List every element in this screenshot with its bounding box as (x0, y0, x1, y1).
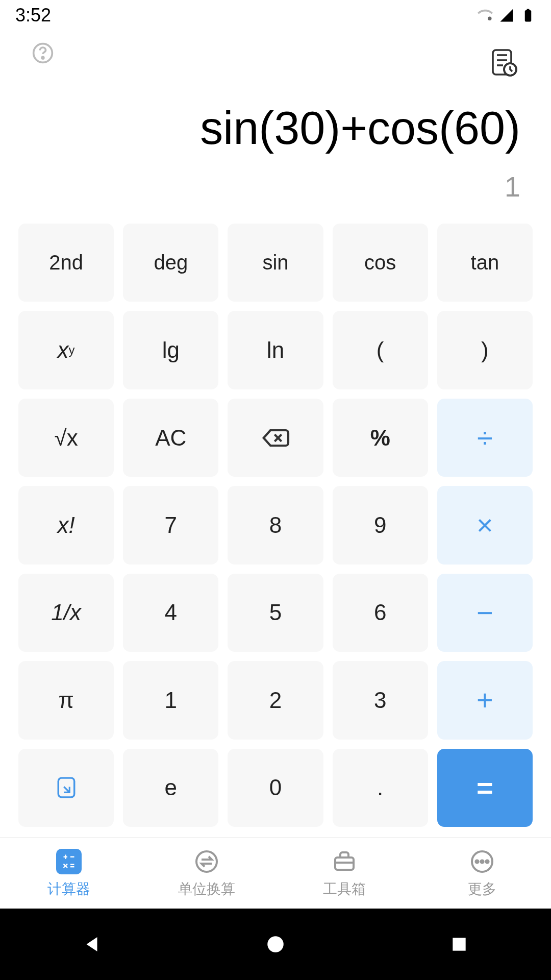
status-bar: 3:52 (0, 0, 551, 31)
key-factorial[interactable]: x! (18, 486, 114, 564)
backspace-icon (261, 428, 290, 448)
key-2nd[interactable]: 2nd (18, 224, 114, 302)
help-icon (32, 42, 54, 64)
nav-unit-convert[interactable]: 单位换算 (138, 838, 276, 909)
collapse-icon (56, 776, 77, 799)
key-decimal[interactable]: . (333, 749, 428, 827)
svg-rect-18 (70, 864, 74, 865)
svg-rect-19 (70, 866, 74, 867)
key-multiply[interactable]: × (437, 486, 533, 564)
svg-rect-14 (58, 778, 74, 797)
key-ln[interactable]: ln (228, 311, 323, 389)
nav-toolbox-label: 工具箱 (323, 879, 366, 899)
key-sin[interactable]: sin (228, 224, 323, 302)
status-icons (478, 8, 536, 23)
svg-rect-3 (527, 9, 530, 11)
status-time: 3:52 (15, 5, 51, 26)
nav-unit-label: 单位换算 (178, 879, 235, 899)
svg-rect-16 (65, 854, 66, 859)
key-percent[interactable]: % (333, 399, 428, 477)
toolbox-icon (332, 849, 357, 874)
history-icon (490, 48, 518, 77)
sys-back-button[interactable] (79, 932, 105, 957)
history-button[interactable] (488, 46, 520, 79)
nav-calculator[interactable]: 计算器 (0, 838, 138, 909)
expression-text: sin(30)+cos(60) (31, 102, 520, 155)
square-recent-icon (449, 935, 469, 954)
circle-home-icon (265, 934, 286, 955)
key-equals[interactable]: = (437, 749, 533, 827)
key-deg[interactable]: deg (123, 224, 218, 302)
key-ac[interactable]: AC (123, 399, 218, 477)
header (0, 31, 551, 102)
key-4[interactable]: 4 (123, 574, 218, 652)
nav-calculator-label: 计算器 (47, 879, 90, 899)
svg-point-23 (475, 860, 478, 863)
triangle-back-icon (81, 934, 103, 955)
cellular-icon (499, 8, 514, 23)
key-reciprocal[interactable]: 1/x (18, 574, 114, 652)
key-rparen[interactable]: ) (437, 311, 533, 389)
convert-icon (194, 849, 219, 874)
svg-point-25 (486, 860, 488, 863)
key-0[interactable]: 0 (228, 749, 323, 827)
key-5[interactable]: 5 (228, 574, 323, 652)
key-tan[interactable]: tan (437, 224, 533, 302)
wifi-off-icon (478, 8, 493, 23)
key-e[interactable]: e (123, 749, 218, 827)
svg-point-20 (196, 851, 217, 872)
system-nav-bar (0, 909, 551, 980)
key-backspace[interactable] (228, 399, 323, 477)
sys-home-button[interactable] (263, 932, 288, 957)
key-collapse[interactable] (18, 749, 114, 827)
key-2[interactable]: 2 (228, 661, 323, 739)
svg-rect-17 (70, 856, 74, 857)
nav-more[interactable]: 更多 (413, 838, 551, 909)
key-lparen[interactable]: ( (333, 311, 428, 389)
svg-point-5 (42, 57, 44, 59)
key-lg[interactable]: lg (123, 311, 218, 389)
svg-rect-2 (525, 10, 532, 22)
bottom-nav: 计算器 单位换算 工具箱 更多 (0, 837, 551, 909)
keypad: 2nd deg sin cos tan xy lg ln ( ) √x AC %… (0, 224, 551, 837)
key-power[interactable]: xy (18, 311, 114, 389)
key-sqrt[interactable]: √x (18, 399, 114, 477)
svg-rect-27 (453, 938, 465, 950)
more-icon (470, 849, 494, 874)
key-plus[interactable]: + (437, 661, 533, 739)
svg-point-24 (481, 860, 483, 863)
key-7[interactable]: 7 (123, 486, 218, 564)
display-area: sin(30)+cos(60) 1 (0, 102, 551, 224)
calculator-icon (61, 854, 77, 869)
key-8[interactable]: 8 (228, 486, 323, 564)
key-1[interactable]: 1 (123, 661, 218, 739)
svg-point-26 (267, 936, 284, 952)
key-pi[interactable]: π (18, 661, 114, 739)
sys-recent-button[interactable] (446, 932, 472, 957)
key-cos[interactable]: cos (333, 224, 428, 302)
nav-more-label: 更多 (468, 879, 496, 899)
key-3[interactable]: 3 (333, 661, 428, 739)
key-minus[interactable]: − (437, 574, 533, 652)
nav-toolbox[interactable]: 工具箱 (276, 838, 413, 909)
key-9[interactable]: 9 (333, 486, 428, 564)
help-button[interactable] (31, 41, 55, 65)
key-divide[interactable]: ÷ (437, 399, 533, 477)
key-6[interactable]: 6 (333, 574, 428, 652)
battery-icon (520, 8, 536, 23)
result-text: 1 (31, 170, 520, 203)
